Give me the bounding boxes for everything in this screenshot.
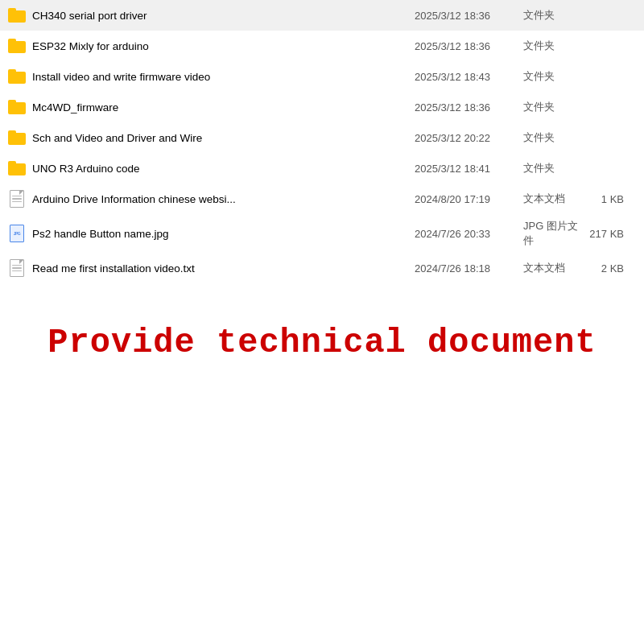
file-list: CH340 serial port driver 2025/3/12 18:36… (0, 0, 644, 283)
file-date: 2024/7/26 20:33 (415, 228, 523, 240)
file-date: 2025/3/12 20:22 (415, 132, 523, 144)
file-name: Ps2 handle Button name.jpg (32, 228, 415, 240)
table-row[interactable]: CH340 serial port driver 2025/3/12 18:36… (0, 0, 644, 31)
jpg-icon: JPG (8, 225, 26, 242)
file-date: 2025/3/12 18:36 (415, 40, 523, 52)
file-size: 1 KB (588, 193, 636, 205)
folder-icon (8, 159, 26, 177)
file-name: UNO R3 Arduino code (32, 163, 415, 175)
file-name: Read me first installation video.txt (32, 262, 415, 275)
file-type: 文件夹 (523, 8, 588, 23)
file-size: 2 KB (588, 262, 636, 275)
file-type: 文件夹 (523, 130, 588, 145)
file-explorer: CH340 serial port driver 2025/3/12 18:36… (0, 0, 644, 362)
file-type: 文件夹 (523, 161, 588, 175)
folder-icon (8, 68, 26, 85)
table-row[interactable]: Arduino Drive Information chinese websi.… (0, 184, 644, 214)
folder-icon (8, 37, 26, 55)
file-type: 文件夹 (523, 100, 588, 114)
file-date: 2024/7/26 18:18 (415, 262, 523, 275)
table-row[interactable]: Install video and write firmware video 2… (0, 61, 644, 92)
file-date: 2025/3/12 18:41 (415, 163, 523, 175)
txt-icon (8, 190, 26, 208)
file-type: JPG 图片文件 (523, 219, 588, 248)
file-name: Sch and Video and Driver and Wire (32, 132, 415, 144)
table-row[interactable]: Sch and Video and Driver and Wire 2025/3… (0, 122, 644, 153)
file-name: Arduino Drive Information chinese websi.… (32, 193, 415, 205)
table-row[interactable]: ESP32 Mixly for arduino 2025/3/12 18:36 … (0, 31, 644, 61)
table-row[interactable]: UNO R3 Arduino code 2025/3/12 18:41 文件夹 (0, 153, 644, 184)
file-name: ESP32 Mixly for arduino (32, 40, 415, 52)
file-type: 文件夹 (523, 69, 588, 84)
file-date: 2025/3/12 18:36 (415, 101, 523, 114)
table-row[interactable]: Read me first installation video.txt 202… (0, 253, 644, 283)
banner-text: Provide technical document (0, 324, 644, 362)
folder-icon (8, 6, 26, 24)
file-type: 文本文档 (523, 192, 588, 206)
file-date: 2025/3/12 18:43 (415, 71, 523, 83)
txt-icon (8, 259, 26, 277)
folder-icon (8, 129, 26, 147)
file-name: Mc4WD_firmware (32, 101, 415, 114)
file-date: 2025/3/12 18:36 (415, 10, 523, 22)
file-name: CH340 serial port driver (32, 10, 415, 22)
file-name: Install video and write firmware video (32, 71, 415, 83)
file-date: 2024/8/20 17:19 (415, 193, 523, 205)
file-type: 文本文档 (523, 261, 588, 275)
file-size: 217 KB (588, 228, 636, 240)
table-row[interactable]: Mc4WD_firmware 2025/3/12 18:36 文件夹 (0, 92, 644, 122)
table-row[interactable]: JPG Ps2 handle Button name.jpg 2024/7/26… (0, 214, 644, 253)
folder-icon (8, 98, 26, 116)
file-type: 文件夹 (523, 39, 588, 53)
